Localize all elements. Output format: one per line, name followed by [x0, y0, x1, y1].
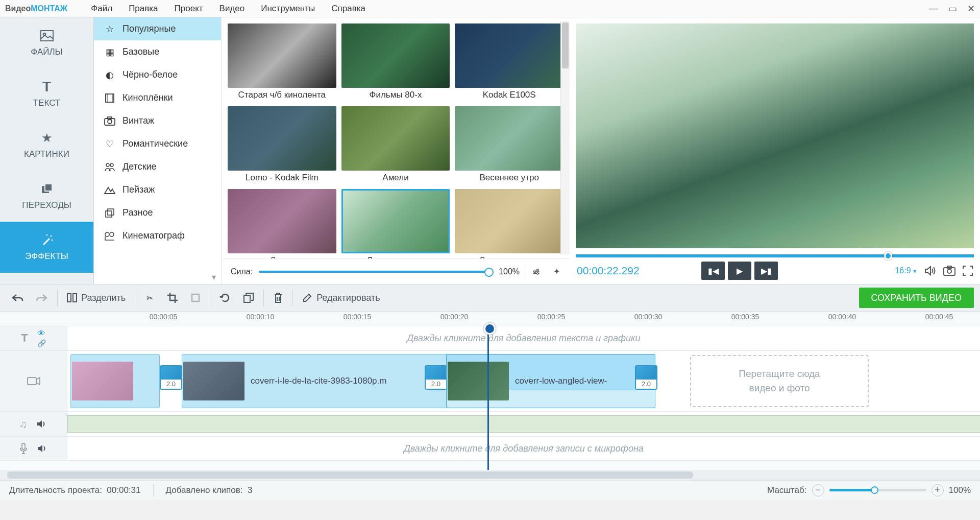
- minimize-button[interactable]: —: [929, 3, 938, 14]
- close-button[interactable]: ✕: [967, 3, 975, 14]
- nav-pictures[interactable]: ★ КАРТИНКИ: [0, 120, 93, 171]
- video-clip-selected[interactable]: coverr-low-angled-view-: [446, 354, 655, 408]
- speaker-icon[interactable]: [37, 444, 48, 453]
- category-label: Популярные: [122, 23, 176, 34]
- contrast-icon: ◐: [104, 69, 115, 81]
- category-bw[interactable]: ◐Чёрно-белое: [94, 63, 221, 86]
- mic-track-head: [0, 437, 67, 460]
- video-track-body[interactable]: 2.0 coverr-i-le-de-la-cite-3983-1080p.m …: [67, 351, 980, 411]
- chevron-down-icon[interactable]: ▾: [212, 272, 216, 282]
- zoom-slider[interactable]: [829, 489, 926, 491]
- category-kids[interactable]: Детские: [94, 155, 221, 178]
- zoom-out-button[interactable]: −: [812, 484, 824, 497]
- mic-icon: [19, 443, 28, 454]
- effect-thumb-selected[interactable]: Зеленые тона: [341, 189, 450, 258]
- effect-thumb[interactable]: Закат: [228, 189, 336, 258]
- category-basic[interactable]: ▦Базовые: [94, 40, 221, 63]
- category-landscape[interactable]: Пейзаж: [94, 178, 221, 201]
- duplicate-button[interactable]: [238, 288, 259, 308]
- split-button[interactable]: Разделить: [62, 288, 131, 308]
- timeline-ruler[interactable]: 00:00:05 00:00:10 00:00:15 00:00:20 00:0…: [0, 312, 980, 326]
- video-icon: [27, 376, 40, 386]
- video-clip[interactable]: [70, 354, 160, 408]
- svg-rect-26: [73, 294, 77, 302]
- category-label: Чёрно-белое: [122, 69, 178, 80]
- svg-rect-28: [244, 295, 250, 302]
- strength-slider[interactable]: [259, 270, 493, 273]
- gallery-scrollbar[interactable]: [560, 21, 570, 254]
- drop-zone[interactable]: Перетащите сюда видео и фото: [690, 355, 869, 407]
- effect-thumb[interactable]: Весеннее утро: [455, 106, 564, 185]
- mic-track-hint: Дважды кликните для добавления записи с …: [404, 443, 644, 454]
- menu-tools[interactable]: Инструменты: [253, 4, 323, 14]
- audio-track-body[interactable]: [67, 412, 980, 436]
- svg-rect-7: [106, 94, 114, 102]
- menu-help[interactable]: Справка: [323, 4, 374, 14]
- edit-button[interactable]: Редактировать: [297, 288, 385, 308]
- category-film[interactable]: Киноплёнки: [94, 86, 221, 109]
- category-label: Киноплёнки: [122, 92, 173, 103]
- play-button[interactable]: ▶: [728, 262, 751, 280]
- category-popular[interactable]: ☆Популярные: [94, 17, 221, 40]
- image-icon: [40, 29, 54, 43]
- effect-thumb[interactable]: Золотая осень: [455, 189, 564, 258]
- zoom-in-button[interactable]: +: [932, 484, 944, 497]
- menu-file[interactable]: Файл: [83, 4, 120, 14]
- prev-button[interactable]: ▮◀: [701, 262, 725, 280]
- preview-seekbar[interactable]: [576, 254, 974, 257]
- magic-icon[interactable]: ✦: [546, 265, 560, 279]
- link-icon[interactable]: 🔗: [37, 339, 46, 347]
- timeline-scrollbar[interactable]: [0, 470, 980, 480]
- effect-thumb[interactable]: Фильмы 80-х: [341, 23, 450, 102]
- svg-point-18: [110, 232, 114, 237]
- category-vintage[interactable]: Винтаж: [94, 109, 221, 132]
- nav-files[interactable]: ФАЙЛЫ: [0, 17, 93, 68]
- svg-point-6: [51, 240, 53, 241]
- cut-button[interactable]: ✂: [139, 288, 160, 308]
- svg-rect-30: [22, 443, 25, 450]
- crop-button[interactable]: [162, 288, 183, 308]
- transition-marker[interactable]: 2.0: [425, 365, 447, 390]
- redo-button[interactable]: [31, 288, 53, 308]
- nav-label: ТЕКСТ: [33, 98, 61, 108]
- nav-transitions[interactable]: ПЕРЕХОДЫ: [0, 171, 93, 222]
- nav-text[interactable]: T ТЕКСТ: [0, 68, 93, 120]
- svg-rect-25: [67, 294, 71, 302]
- strength-bar: Сила: 100% ✦: [222, 258, 570, 284]
- category-other[interactable]: Разное: [94, 201, 221, 224]
- svg-point-20: [534, 271, 535, 272]
- effect-thumb[interactable]: Амели: [341, 106, 450, 185]
- nav-effects[interactable]: ЭФФЕКТЫ: [0, 222, 93, 273]
- transition-marker[interactable]: 2.0: [635, 365, 657, 390]
- volume-icon[interactable]: [924, 265, 936, 276]
- svg-rect-3: [45, 184, 52, 191]
- camera-icon: [104, 115, 115, 127]
- stop-button[interactable]: [185, 288, 206, 308]
- category-cinema[interactable]: Кинематограф: [94, 224, 221, 247]
- next-button[interactable]: ▶▮: [754, 262, 778, 280]
- effect-thumb[interactable]: Kodak E100S: [455, 23, 564, 102]
- undo-button[interactable]: [6, 288, 29, 308]
- svg-rect-16: [108, 209, 114, 215]
- category-romantic[interactable]: ♡Романтические: [94, 132, 221, 155]
- rotate-button[interactable]: [214, 288, 236, 308]
- delete-button[interactable]: [268, 288, 288, 308]
- eye-icon[interactable]: 👁: [37, 329, 46, 338]
- snapshot-icon[interactable]: [943, 266, 955, 276]
- menu-video[interactable]: Видео: [211, 4, 253, 14]
- transition-marker[interactable]: 2.0: [160, 365, 182, 390]
- nav-label: ЭФФЕКТЫ: [25, 251, 68, 262]
- save-video-button[interactable]: СОХРАНИТЬ ВИДЕО: [859, 288, 974, 308]
- audio-waveform[interactable]: [67, 415, 980, 433]
- menu-project[interactable]: Проект: [166, 4, 211, 14]
- speaker-icon[interactable]: [36, 419, 47, 429]
- settings-icon[interactable]: [526, 265, 540, 279]
- zoom-value: 100%: [949, 485, 971, 495]
- transition-duration: 2.0: [426, 380, 446, 389]
- maximize-button[interactable]: ▭: [948, 3, 957, 14]
- effect-thumb[interactable]: Старая ч/б кинолента: [228, 23, 336, 102]
- fullscreen-icon[interactable]: [963, 266, 973, 276]
- menu-edit[interactable]: Правка: [120, 4, 166, 14]
- aspect-ratio-dropdown[interactable]: 16:9 ▾: [895, 266, 917, 275]
- effect-thumb[interactable]: Lomo - Kodak Film: [228, 106, 336, 185]
